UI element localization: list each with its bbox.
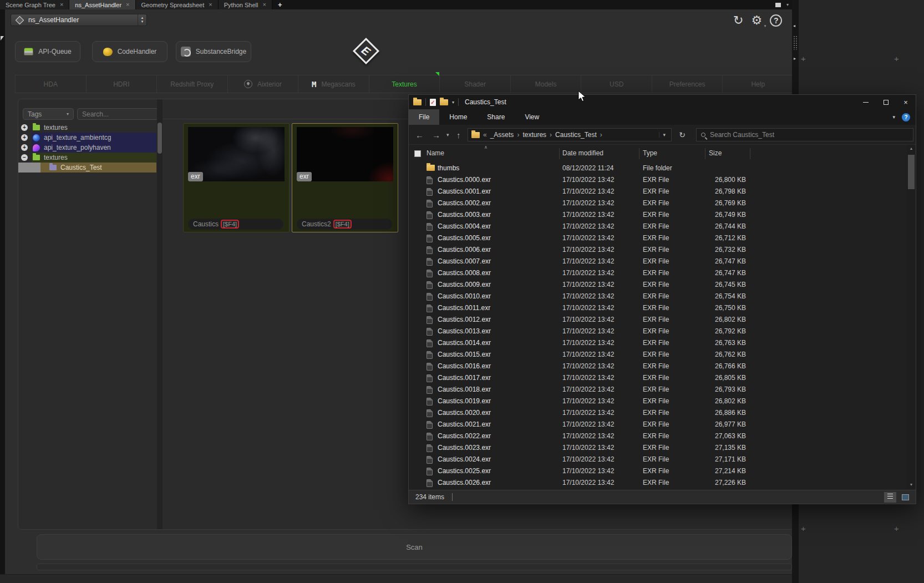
file-row[interactable]: Caustics.0004.exr 17/10/2022 13:42 EXR F…: [409, 221, 905, 232]
sync-icon[interactable]: ↻: [733, 14, 743, 27]
minimize-button[interactable]: [856, 95, 876, 109]
sidebar-search-input[interactable]: [77, 108, 158, 120]
category-tab-redshift-proxy[interactable]: Redshift Proxy: [157, 75, 228, 93]
close-icon[interactable]: [60, 2, 63, 8]
pane-tab-geometry-spreadsheet[interactable]: Geometry Spreadsheet: [136, 0, 219, 9]
address-dropdown-icon[interactable]: ▾: [659, 132, 669, 138]
scan-button[interactable]: Scan: [37, 534, 792, 560]
quick-access-toolbar-caret-icon[interactable]: ▾: [452, 100, 454, 105]
pane-corner-plus-icon[interactable]: +: [894, 524, 899, 533]
file-row[interactable]: Caustics.0024.exr 17/10/2022 13:42 EXR F…: [409, 454, 905, 465]
chevron-right-icon[interactable]: ›: [517, 131, 519, 139]
file-row[interactable]: Caustics.0001.exr 17/10/2022 13:42 EXR F…: [409, 186, 905, 197]
breadcrumb-prefix[interactable]: «: [483, 131, 487, 139]
explorer-search-box[interactable]: [696, 128, 913, 141]
file-row[interactable]: thumbs 08/12/2022 11:24 File folder: [409, 163, 905, 174]
expand-icon[interactable]: +: [21, 144, 28, 151]
up-button[interactable]: ↑: [456, 125, 461, 145]
expand-icon[interactable]: +: [21, 134, 28, 141]
pane-corner-plus-icon[interactable]: +: [801, 524, 806, 533]
file-row[interactable]: Caustics.0019.exr 17/10/2022 13:42 EXR F…: [409, 396, 905, 407]
file-row[interactable]: Caustics.0013.exr 17/10/2022 13:42 EXR F…: [409, 326, 905, 337]
chevron-down-icon[interactable]: ▾: [786, 2, 789, 7]
file-row[interactable]: Caustics.0008.exr 17/10/2022 13:42 EXR F…: [409, 267, 905, 279]
new-folder-icon[interactable]: [440, 99, 448, 105]
scroll-down-icon[interactable]: ▾: [907, 481, 916, 489]
thumbnails-view-button[interactable]: [899, 492, 911, 503]
codehandler-button[interactable]: CodeHandler: [92, 41, 167, 62]
expand-icon[interactable]: +: [21, 124, 28, 131]
column-header-name[interactable]: Name: [427, 149, 444, 157]
menu-share[interactable]: Share: [477, 109, 515, 125]
tree-scrollbar[interactable]: [157, 99, 163, 529]
tree-item-textures[interactable]: + textures: [18, 123, 156, 133]
tags-dropdown[interactable]: Tags ▾: [23, 108, 74, 120]
pane-layout-icon[interactable]: [775, 3, 781, 7]
file-row[interactable]: Caustics.0003.exr 17/10/2022 13:42 EXR F…: [409, 209, 905, 221]
pane-tab-scene-graph-tree[interactable]: Scene Graph Tree: [0, 0, 69, 9]
explorer-scrollbar[interactable]: ▴ ▾: [907, 145, 916, 489]
pane-tab-python-shell[interactable]: Python Shell: [219, 0, 272, 9]
file-row[interactable]: Caustics.0011.exr 17/10/2022 13:42 EXR F…: [409, 302, 905, 314]
splitter-drag-handle[interactable]: [793, 36, 798, 50]
file-row[interactable]: Caustics.0002.exr 17/10/2022 13:42 EXR F…: [409, 197, 905, 209]
tree-scrollbar-thumb[interactable]: [158, 123, 162, 154]
file-row[interactable]: Caustics.0020.exr 17/10/2022 13:42 EXR F…: [409, 407, 905, 419]
pane-collapse-arrow-icon[interactable]: [1, 36, 4, 40]
close-button[interactable]: ×: [896, 95, 916, 109]
chevron-right-icon[interactable]: ›: [550, 131, 552, 139]
column-header-date[interactable]: Date modified: [562, 149, 603, 157]
column-header-type[interactable]: Type: [643, 149, 657, 157]
splitter-arrow-left-icon[interactable]: ◂: [793, 23, 795, 28]
explorer-titlebar[interactable]: ✓ ▾ Caustics_Test ×: [409, 95, 916, 109]
file-row[interactable]: Caustics.0010.exr 17/10/2022 13:42 EXR F…: [409, 291, 905, 302]
refresh-icon[interactable]: ↻: [675, 128, 689, 141]
category-tab-shader[interactable]: Shader: [440, 75, 511, 93]
tree-item-caustics-test[interactable]: Caustics_Test: [18, 163, 156, 173]
category-tab-megascans[interactable]: M Megascans: [298, 75, 369, 93]
explorer-search-input[interactable]: [710, 131, 908, 139]
details-view-button[interactable]: [884, 492, 896, 503]
file-row[interactable]: Caustics.0017.exr 17/10/2022 13:42 EXR F…: [409, 372, 905, 384]
file-row[interactable]: Caustics.0025.exr 17/10/2022 13:42 EXR F…: [409, 465, 905, 477]
file-row[interactable]: Caustics.0016.exr 17/10/2022 13:42 EXR F…: [409, 361, 905, 372]
file-row[interactable]: Caustics.0000.exr 17/10/2022 13:42 EXR F…: [409, 174, 905, 186]
category-tab-hda[interactable]: HDA: [15, 75, 87, 93]
help-icon[interactable]: ?: [902, 113, 910, 121]
menu-view[interactable]: View: [515, 109, 549, 125]
file-row[interactable]: Caustics.0015.exr 17/10/2022 13:42 EXR F…: [409, 349, 905, 361]
breadcrumb-assets[interactable]: _Assets: [490, 131, 514, 139]
file-row[interactable]: Caustics.0026.exr 17/10/2022 13:42 EXR F…: [409, 477, 905, 489]
pane-tab-ns-assethandler[interactable]: ns_AssetHandler: [69, 0, 135, 9]
category-tab-help[interactable]: Help: [723, 75, 794, 93]
file-row[interactable]: Caustics.0021.exr 17/10/2022 13:42 EXR F…: [409, 419, 905, 430]
scrollbar-thumb[interactable]: [908, 155, 915, 189]
category-tab-aixterior[interactable]: Aixterior: [228, 75, 299, 93]
node-selector-dropdown[interactable]: ns_AssetHandler ▲▼: [11, 14, 147, 26]
file-row[interactable]: Caustics.0009.exr 17/10/2022 13:42 EXR F…: [409, 279, 905, 291]
file-row[interactable]: Caustics.0014.exr 17/10/2022 13:42 EXR F…: [409, 337, 905, 349]
asset-card-caustics[interactable]: exr Caustics [$F4]: [183, 123, 290, 232]
properties-check-icon[interactable]: ✓: [430, 99, 436, 106]
close-icon[interactable]: [209, 2, 212, 8]
file-row[interactable]: Caustics.0007.exr 17/10/2022 13:42 EXR F…: [409, 256, 905, 267]
splitter-arrow-right-icon[interactable]: ▸: [794, 56, 796, 61]
add-pane-tab-button[interactable]: +: [272, 0, 288, 9]
file-row[interactable]: Caustics.0005.exr 17/10/2022 13:42 EXR F…: [409, 232, 905, 244]
substancebridge-button[interactable]: SubstanceBridge: [176, 41, 251, 62]
file-row[interactable]: Caustics.0006.exr 17/10/2022 13:42 EXR F…: [409, 244, 905, 256]
breadcrumb-caustics-test[interactable]: Caustics_Test: [555, 131, 597, 139]
collapse-icon[interactable]: −: [21, 154, 28, 161]
tree-item-textures-expanded[interactable]: − textures: [18, 153, 156, 163]
file-row[interactable]: Caustics.0012.exr 17/10/2022 13:42 EXR F…: [409, 314, 905, 326]
menu-home[interactable]: Home: [439, 109, 477, 125]
file-row[interactable]: Caustics.0023.exr 17/10/2022 13:42 EXR F…: [409, 442, 905, 454]
gear-icon[interactable]: ⚙▾: [751, 14, 762, 27]
category-tab-preferences[interactable]: Preferences: [652, 75, 723, 93]
file-row[interactable]: Caustics.0022.exr 17/10/2022 13:42 EXR F…: [409, 430, 905, 442]
expand-ribbon-icon[interactable]: ▾: [892, 114, 895, 120]
category-tab-textures[interactable]: Textures: [369, 75, 440, 93]
file-row[interactable]: Caustics.0018.exr 17/10/2022 13:42 EXR F…: [409, 384, 905, 396]
close-icon[interactable]: [262, 2, 266, 8]
scroll-up-icon[interactable]: ▴: [907, 145, 916, 153]
